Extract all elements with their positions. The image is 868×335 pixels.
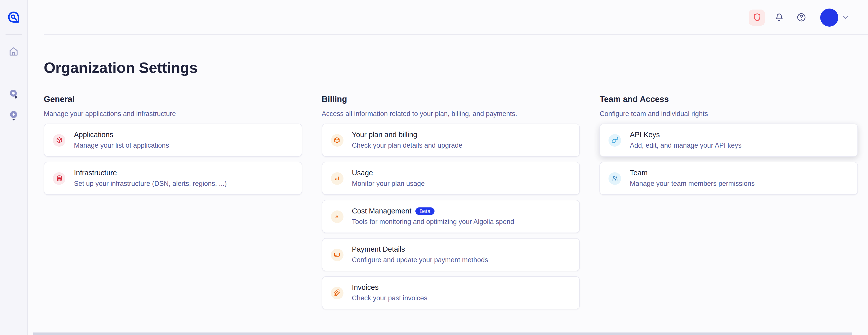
sidebar-item-search[interactable] bbox=[6, 88, 21, 101]
card-title: Usage bbox=[352, 168, 373, 178]
card-description: Tools for monitoring and optimizing your… bbox=[352, 217, 514, 227]
card-description: Set up your infrastructure (DSN, alerts,… bbox=[74, 179, 227, 188]
section-description: Manage your applications and infrastruct… bbox=[44, 109, 302, 119]
algolia-logo[interactable] bbox=[7, 10, 20, 24]
section-title: General bbox=[44, 93, 302, 104]
card-text: InfrastructureSet up your infrastructure… bbox=[74, 168, 227, 188]
topbar bbox=[28, 0, 868, 35]
card-description: Add, edit, and manage your API keys bbox=[630, 141, 742, 150]
card-title: Your plan and billing bbox=[352, 130, 417, 140]
card-description: Check your past invoices bbox=[352, 294, 427, 303]
notifications-bell-button[interactable] bbox=[773, 11, 785, 23]
credit-card-icon bbox=[331, 248, 343, 261]
card-description: Configure and update your payment method… bbox=[352, 256, 488, 265]
help-button[interactable] bbox=[795, 11, 807, 23]
card-text: Your plan and billingCheck your plan det… bbox=[352, 130, 462, 150]
security-shield-button[interactable] bbox=[749, 9, 765, 25]
settings-sections: GeneralManage your applications and infr… bbox=[44, 93, 858, 314]
package-icon bbox=[53, 134, 65, 146]
section-cards: ApplicationsManage your list of applicat… bbox=[44, 124, 302, 195]
card-text: Cost ManagementBetaTools for monitoring … bbox=[352, 206, 514, 227]
section-cards: API KeysAdd, edit, and manage your API k… bbox=[600, 124, 858, 195]
card-title: Invoices bbox=[352, 283, 378, 292]
bar-chart-icon bbox=[331, 172, 343, 185]
home-icon bbox=[8, 46, 19, 57]
card-text: API KeysAdd, edit, and manage your API k… bbox=[630, 130, 742, 150]
horizontal-scrollbar[interactable] bbox=[33, 333, 852, 335]
section-title: Team and Access bbox=[600, 93, 858, 104]
sidebar-item-home[interactable] bbox=[6, 44, 21, 58]
card-text: InvoicesCheck your past invoices bbox=[352, 283, 427, 303]
card-text: TeamManage your team members permissions bbox=[630, 168, 755, 188]
settings-card[interactable]: ApplicationsManage your list of applicat… bbox=[44, 124, 302, 157]
algolia-logo-icon bbox=[7, 10, 20, 24]
card-title: Payment Details bbox=[352, 244, 405, 254]
section-description: Access all information related to your p… bbox=[321, 109, 580, 119]
card-text: Payment DetailsConfigure and update your… bbox=[352, 244, 488, 265]
avatar bbox=[820, 8, 838, 26]
dollar-icon bbox=[331, 210, 343, 223]
users-icon bbox=[609, 172, 621, 185]
key-icon bbox=[609, 134, 621, 146]
database-icon bbox=[53, 172, 65, 185]
card-title: Team bbox=[630, 168, 648, 178]
card-description: Check your plan details and upgrade bbox=[352, 141, 462, 150]
settings-card[interactable]: InfrastructureSet up your infrastructure… bbox=[44, 162, 302, 195]
lightbulb-bolt-icon bbox=[7, 109, 20, 122]
cube-icon bbox=[331, 134, 343, 146]
main-content: Organization Settings GeneralManage your… bbox=[28, 35, 868, 335]
sidebar-item-recommend[interactable] bbox=[6, 108, 21, 123]
section-cards: Your plan and billingCheck your plan det… bbox=[321, 124, 580, 309]
paperclip-icon bbox=[331, 287, 343, 299]
card-title: Cost Management bbox=[352, 206, 411, 216]
card-title: API Keys bbox=[630, 130, 660, 140]
settings-card[interactable]: Cost ManagementBetaTools for monitoring … bbox=[321, 200, 580, 233]
section-title: Billing bbox=[321, 93, 580, 104]
settings-card[interactable]: Payment DetailsConfigure and update your… bbox=[321, 238, 580, 271]
settings-card[interactable]: Your plan and billingCheck your plan det… bbox=[321, 124, 580, 157]
sidebar-divider bbox=[5, 34, 22, 35]
chevron-down-icon bbox=[841, 13, 850, 22]
settings-column: GeneralManage your applications and infr… bbox=[44, 93, 302, 200]
card-title: Infrastructure bbox=[74, 168, 117, 178]
card-text: ApplicationsManage your list of applicat… bbox=[74, 130, 169, 150]
shield-icon bbox=[752, 12, 762, 22]
beta-badge: Beta bbox=[415, 207, 434, 215]
settings-card[interactable]: TeamManage your team members permissions bbox=[600, 162, 858, 195]
account-menu-button[interactable] bbox=[820, 8, 850, 26]
settings-column: Team and AccessConfigure team and indivi… bbox=[600, 93, 858, 200]
page-title: Organization Settings bbox=[44, 59, 858, 77]
sidebar bbox=[0, 0, 28, 335]
card-title: Applications bbox=[74, 130, 113, 140]
card-text: UsageMonitor your plan usage bbox=[352, 168, 425, 188]
question-circle-icon bbox=[796, 12, 806, 23]
card-description: Manage your team members permissions bbox=[630, 179, 755, 188]
bell-icon bbox=[774, 12, 784, 23]
settings-column: BillingAccess all information related to… bbox=[321, 93, 580, 314]
algolia-dashboard: Organization Settings GeneralManage your… bbox=[0, 0, 868, 335]
topbar-actions bbox=[749, 0, 850, 35]
settings-card[interactable]: UsageMonitor your plan usage bbox=[321, 162, 580, 195]
card-description: Monitor your plan usage bbox=[352, 179, 425, 188]
card-description: Manage your list of applications bbox=[74, 141, 169, 150]
settings-card[interactable]: API KeysAdd, edit, and manage your API k… bbox=[600, 124, 858, 157]
search-icon bbox=[7, 89, 20, 100]
settings-card[interactable]: InvoicesCheck your past invoices bbox=[321, 276, 580, 309]
section-description: Configure team and individual rights bbox=[600, 109, 858, 119]
